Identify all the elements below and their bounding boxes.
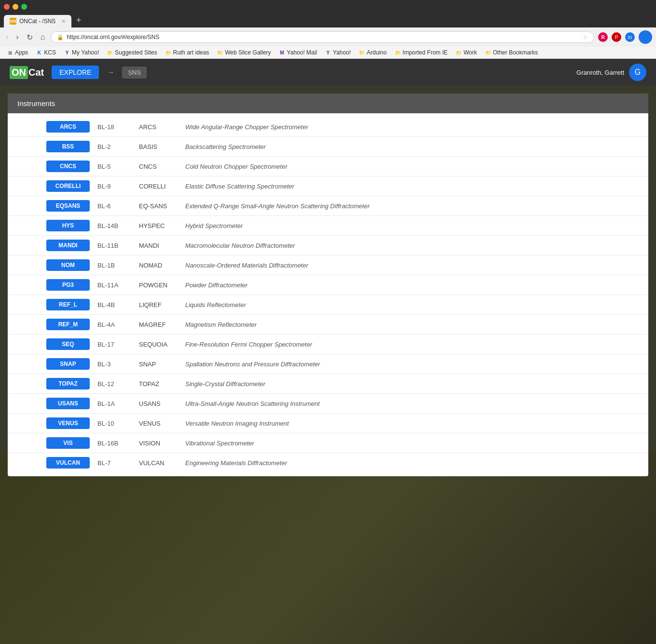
bookmark-ruth[interactable]: 📁 Ruth art ideas — [162, 48, 212, 57]
instrument-btn-vulcan[interactable]: VULCAN — [46, 457, 90, 469]
user-avatar[interactable]: G — [629, 64, 646, 81]
bookmark-arduino-label: Arduino — [367, 49, 386, 56]
maximize-window-btn[interactable] — [21, 4, 27, 10]
window-controls — [4, 4, 652, 10]
instrument-description: Versatile Neutron Imaging Instrument — [185, 420, 289, 427]
instrument-btn-mandi[interactable]: MANDI — [46, 240, 90, 251]
instrument-btn-eqsans[interactable]: EQSANS — [46, 200, 90, 212]
instrument-bl: BL-1B — [97, 262, 131, 269]
instrument-description: Fine-Resolution Fermi Chopper Spectromet… — [185, 341, 312, 348]
instrument-description: Powder Diffractometer — [185, 282, 247, 289]
instrument-abbr: ARCS — [139, 123, 178, 131]
user-name: Granroth, Garrett — [576, 69, 624, 76]
instrument-btn-pg3[interactable]: PG3 — [46, 279, 90, 291]
instrument-abbr: VULCAN — [139, 459, 178, 467]
table-row: MANDIBL-11BMANDIMacromolecular Neutron D… — [8, 236, 648, 255]
instrument-bl: BL-18 — [97, 123, 131, 131]
browser-toolbar: ‹ › ↻ ⌂ 🔒 https://oncat.ornl.gov/#/explo… — [0, 27, 656, 47]
instrument-abbr: TOPAZ — [139, 380, 178, 388]
instrument-bl: BL-11A — [97, 282, 131, 289]
instrument-btn-ref_m[interactable]: REF_M — [46, 319, 90, 330]
instrument-abbr: SEQUOIA — [139, 341, 178, 348]
bookmark-suggested[interactable]: 📁 Suggested Sites — [104, 48, 160, 57]
main-content: Instruments ARCSBL-18ARCSWide Angular-Ra… — [8, 94, 648, 476]
instrument-abbr: EQ-SANS — [139, 202, 178, 210]
instrument-btn-snap[interactable]: SNAP — [46, 358, 90, 370]
extension-icon-2[interactable]: P — [612, 32, 621, 42]
table-row: USANSBL-1AUSANSUltra-Small-Angle Neutron… — [8, 394, 648, 414]
extension-icon-1[interactable]: R — [598, 32, 608, 42]
table-row: VISBL-16BVISIONVibrational Spectrometer — [8, 433, 648, 453]
bookmark-work[interactable]: 📁 Work — [452, 48, 480, 57]
instrument-btn-vis[interactable]: VIS — [46, 437, 90, 449]
bookmark-apps[interactable]: ⊞ Apps — [4, 48, 31, 57]
instrument-btn-corelli[interactable]: CORELLI — [46, 180, 90, 192]
bookmark-work-label: Work — [464, 49, 477, 56]
bookmark-kcs-label: KCS — [44, 49, 56, 56]
instrument-btn-topaz[interactable]: TOPAZ — [46, 378, 90, 389]
instrument-btn-nom[interactable]: NOM — [46, 259, 90, 271]
bookmark-yahoo[interactable]: Y Yahoo! — [322, 48, 354, 57]
instrument-description: Liquids Reflectometer — [185, 301, 246, 309]
instrument-bl: BL-4A — [97, 321, 131, 328]
instrument-btn-seq[interactable]: SEQ — [46, 338, 90, 350]
refresh-btn[interactable]: ↻ — [25, 32, 35, 43]
bookmark-kcs[interactable]: K KCS — [33, 48, 59, 57]
instrument-abbr: USANS — [139, 400, 178, 407]
folder-icon-4: 📁 — [358, 49, 365, 56]
instrument-abbr: CORELLI — [139, 183, 178, 190]
bookmark-other[interactable]: 📁 Other Bookmarks — [482, 48, 541, 57]
bookmark-arduino[interactable]: 📁 Arduino — [355, 48, 389, 57]
address-bar[interactable]: 🔒 https://oncat.ornl.gov/#/explore/SNS ☆ — [51, 31, 594, 43]
instrument-description: Wide Angular-Range Chopper Spectrometer — [185, 123, 308, 131]
lock-icon: 🔒 — [57, 34, 64, 40]
instrument-bl: BL-11B — [97, 242, 131, 249]
instrument-bl: BL-12 — [97, 380, 131, 388]
instruments-table: ARCSBL-18ARCSWide Angular-Range Chopper … — [8, 113, 648, 476]
instrument-bl: BL-9 — [97, 183, 131, 190]
bookmark-importedfromie[interactable]: 📁 Imported From IE — [392, 48, 451, 57]
bookmark-myyahoo[interactable]: Y My Yahoo! — [61, 48, 102, 57]
active-tab[interactable]: ON ONCat - /SNS ✕ — [4, 15, 71, 27]
back-btn[interactable]: ‹ — [4, 32, 10, 42]
extension-icon-3[interactable]: in — [625, 32, 635, 42]
minimize-window-btn[interactable] — [13, 4, 18, 10]
explore-btn[interactable]: EXPLORE — [52, 66, 99, 79]
table-row: VENUSBL-10VENUSVersatile Neutron Imaging… — [8, 414, 648, 433]
instrument-btn-hys[interactable]: HYS — [46, 220, 90, 231]
instrument-abbr: MANDI — [139, 242, 178, 249]
tab-close-btn[interactable]: ✕ — [61, 18, 66, 25]
user-avatar-btn[interactable]: 👤 — [639, 30, 652, 44]
browser-tabs: ON ONCat - /SNS ✕ + — [4, 13, 652, 27]
forward-btn[interactable]: › — [14, 32, 20, 42]
close-window-btn[interactable] — [4, 4, 10, 10]
bookmark-other-label: Other Bookmarks — [493, 49, 538, 56]
bookmark-myyahoo-label: My Yahoo! — [72, 49, 99, 56]
apps-icon: ⊞ — [7, 49, 14, 56]
folder-icon-1: 📁 — [107, 49, 113, 56]
instrument-abbr: VENUS — [139, 420, 178, 427]
table-row: VULCANBL-7VULCANEngineering Materials Di… — [8, 453, 648, 472]
yahoomail-icon: M — [279, 49, 286, 56]
bookmark-yahoomail[interactable]: M Yahoo! Mail — [276, 48, 320, 57]
bookmark-star-icon[interactable]: ☆ — [583, 34, 588, 40]
instrument-abbr: SNAP — [139, 361, 178, 368]
bookmark-yahoomail-label: Yahoo! Mail — [287, 49, 317, 56]
new-tab-btn[interactable]: + — [72, 13, 85, 27]
folder-icon-7: 📁 — [485, 49, 492, 56]
instrument-btn-usans[interactable]: USANS — [46, 398, 90, 409]
instrument-description: Single-Crystal Diffractometer — [185, 380, 265, 388]
instrument-btn-arcs[interactable]: ARCS — [46, 121, 90, 133]
bookmark-importedfromie-label: Imported From IE — [403, 49, 448, 56]
instrument-description: Spallation Neutrons and Pressure Diffrac… — [185, 361, 320, 368]
bookmark-webslice[interactable]: 📁 Web Slice Gallery — [214, 48, 273, 57]
toolbar-icons: R P in 👤 — [598, 30, 652, 44]
instrument-btn-cncs[interactable]: CNCS — [46, 161, 90, 172]
yahoo-icon: Y — [64, 49, 70, 56]
bookmark-yahoo-label: Yahoo! — [333, 49, 351, 56]
sns-breadcrumb: SNS — [122, 67, 147, 79]
home-btn[interactable]: ⌂ — [39, 32, 47, 42]
instrument-btn-bss[interactable]: BSS — [46, 141, 90, 152]
instrument-btn-ref_l[interactable]: REF_L — [46, 299, 90, 310]
instrument-btn-venus[interactable]: VENUS — [46, 417, 90, 429]
